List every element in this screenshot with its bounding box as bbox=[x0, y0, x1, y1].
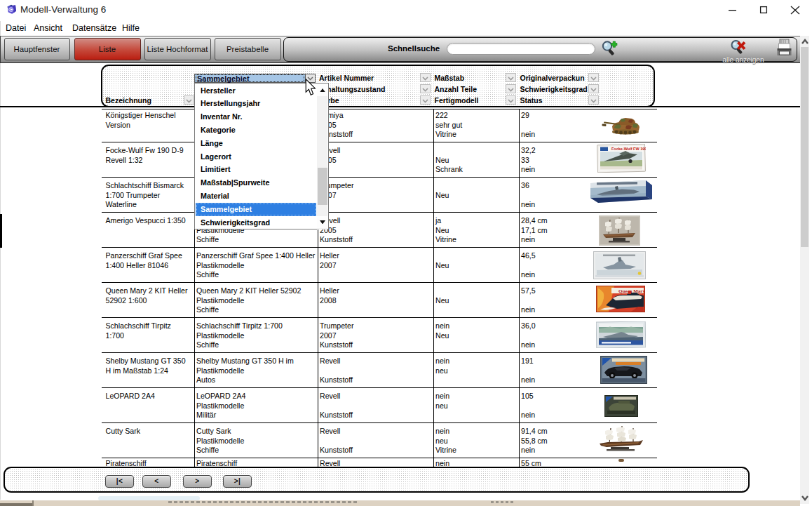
svg-text:Focke-Wulf FW 190 D-9: Focke-Wulf FW 190 D-9 bbox=[611, 147, 646, 151]
